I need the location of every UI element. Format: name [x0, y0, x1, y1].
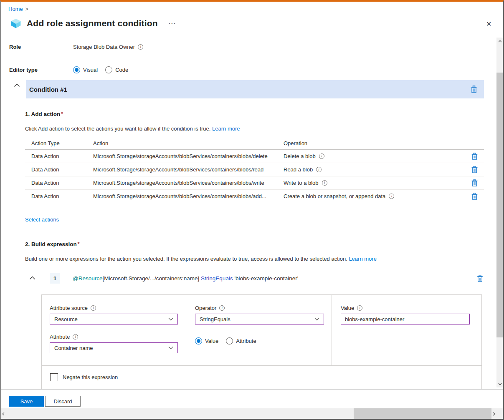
info-icon[interactable]: i [138, 44, 143, 50]
condition-cube-icon [10, 18, 22, 29]
cell-action-type: Data Action [25, 166, 93, 173]
editor-type-visual-radio[interactable]: Visual [73, 66, 98, 73]
radio-label: Attribute [236, 338, 256, 344]
cell-action-type: Data Action [25, 153, 93, 159]
select-actions-link[interactable]: Select actions [25, 216, 59, 223]
scroll-left-icon[interactable] [2, 408, 5, 419]
operator-dropdown[interactable]: StringEquals [195, 314, 324, 324]
close-icon[interactable]: ✕ [484, 18, 493, 30]
role-label: Role [9, 44, 73, 50]
editor-type-code-radio[interactable]: Code [105, 66, 128, 73]
cell-action-type: Data Action [25, 180, 93, 186]
radio-unselected-icon [105, 66, 112, 73]
info-icon[interactable]: i [357, 305, 362, 311]
build-expression-learn-more-link[interactable]: Learn more [349, 256, 376, 262]
page-title: Add role assignment condition [27, 18, 158, 28]
negate-checkbox[interactable] [50, 373, 58, 381]
condition-collapse-chevron-icon[interactable] [14, 82, 20, 88]
operator-column: Operator i StringEquals Value Attribute [186, 295, 332, 365]
info-icon[interactable]: i [91, 305, 96, 311]
scrollbar-corner [496, 408, 504, 419]
discard-button[interactable]: Discard [45, 396, 81, 407]
dropdown-value: Container name [54, 345, 168, 351]
info-icon[interactable]: i [73, 334, 78, 340]
editor-type-label: Editor type [9, 67, 73, 73]
chevron-right-icon: > [25, 6, 28, 12]
cell-operation: Write to a blob [284, 180, 319, 186]
required-asterisk: * [61, 111, 63, 117]
radio-label: Code [115, 67, 128, 73]
more-menu-button[interactable]: ··· [169, 20, 176, 27]
build-expression-heading: 2. Build expression* [25, 241, 79, 247]
actions-table-header: Action Type Action Operation [25, 137, 484, 150]
vertical-scrollbar[interactable] [496, 38, 504, 387]
chevron-down-icon [168, 317, 173, 321]
condition-header-bar[interactable]: Condition #1 [26, 80, 484, 98]
cell-action: Microsoft.Storage/storageAccounts/blobSe… [93, 180, 284, 186]
attribute-dropdown[interactable]: Container name [50, 342, 178, 353]
required-asterisk: * [78, 241, 80, 247]
radio-selected-icon [195, 337, 202, 345]
info-icon[interactable]: i [219, 305, 225, 311]
info-icon[interactable]: i [389, 194, 394, 199]
page-header: Add role assignment condition ··· [10, 18, 176, 29]
radio-selected-icon [73, 66, 80, 73]
cell-operation: Create a blob or snapshot, or append dat… [284, 193, 385, 199]
table-row: Data Action Microsoft.Storage/storageAcc… [25, 163, 484, 176]
value-type-attribute-radio[interactable]: Attribute [226, 337, 256, 345]
value-input[interactable] [341, 314, 470, 324]
cell-action: Microsoft.Storage/storageAccounts/blobSe… [93, 193, 284, 199]
delete-action-trash-icon[interactable] [471, 152, 479, 161]
radio-label: Value [205, 338, 218, 344]
dropdown-value: Resource [54, 316, 168, 322]
save-button[interactable]: Save [9, 396, 44, 407]
col-action: Action [93, 140, 284, 146]
col-action-type: Action Type [25, 140, 93, 146]
info-icon[interactable]: i [316, 167, 322, 172]
attribute-source-dropdown[interactable]: Resource [50, 314, 178, 324]
condition-title: Condition #1 [29, 86, 470, 93]
expression-path: [Microsoft.Storage/.../containers:name] [102, 275, 201, 282]
expression-index-badge: 1 [50, 273, 60, 284]
horizontal-scrollbar-thumb[interactable] [354, 408, 491, 419]
col-operation: Operation [284, 140, 465, 146]
attribute-source-label: Attribute source [50, 305, 88, 311]
role-row: Role Storage Blob Data Owner i [9, 44, 477, 50]
add-action-learn-more-link[interactable]: Learn more [212, 126, 240, 132]
negate-expression-row: Negate this expression [41, 366, 482, 389]
horizontal-scrollbar[interactable] [1, 408, 496, 419]
value-label: Value [341, 305, 354, 311]
scroll-right-icon[interactable] [493, 408, 495, 419]
delete-condition-trash-icon[interactable] [470, 85, 478, 94]
value-type-value-radio[interactable]: Value [195, 337, 218, 345]
expression-editor-panel: Attribute source i Resource Attribute i … [41, 294, 482, 366]
expression-collapse-chevron-icon[interactable] [29, 275, 35, 281]
breadcrumb-home-link[interactable]: Home [8, 6, 23, 12]
delete-expression-trash-icon[interactable] [476, 274, 484, 283]
vertical-scrollbar-thumb[interactable] [496, 73, 504, 337]
chevron-down-icon [168, 346, 173, 350]
scroll-up-icon[interactable] [496, 38, 504, 45]
delete-action-trash-icon[interactable] [471, 179, 479, 187]
build-expression-description: Build one or more expressions for the ac… [25, 256, 377, 262]
cell-operation: Read a blob [284, 166, 313, 173]
info-icon[interactable]: i [322, 180, 327, 186]
footer-divider [1, 389, 504, 390]
attribute-label: Attribute [50, 334, 70, 340]
scroll-down-icon[interactable] [496, 380, 504, 387]
cell-action-type: Data Action [25, 193, 93, 199]
table-row: Data Action Microsoft.Storage/storageAcc… [25, 150, 484, 163]
expression-summary: @Resource[Microsoft.Storage/.../containe… [73, 275, 476, 282]
delete-action-trash-icon[interactable] [471, 165, 479, 174]
add-action-description: Click Add action to select the actions y… [25, 126, 240, 132]
info-icon[interactable]: i [319, 153, 324, 159]
actions-table: Action Type Action Operation Data Action… [25, 137, 484, 203]
radio-label: Visual [83, 67, 98, 73]
role-value: Storage Blob Data Owner [73, 44, 135, 50]
delete-action-trash-icon[interactable] [471, 192, 479, 201]
dropdown-value: StringEquals [200, 316, 314, 322]
expression-operator: StringEquals [201, 275, 233, 282]
value-column: Value i [332, 295, 481, 365]
table-row: Data Action Microsoft.Storage/storageAcc… [25, 190, 484, 203]
expression-value: 'blobs-example-container' [233, 275, 299, 282]
